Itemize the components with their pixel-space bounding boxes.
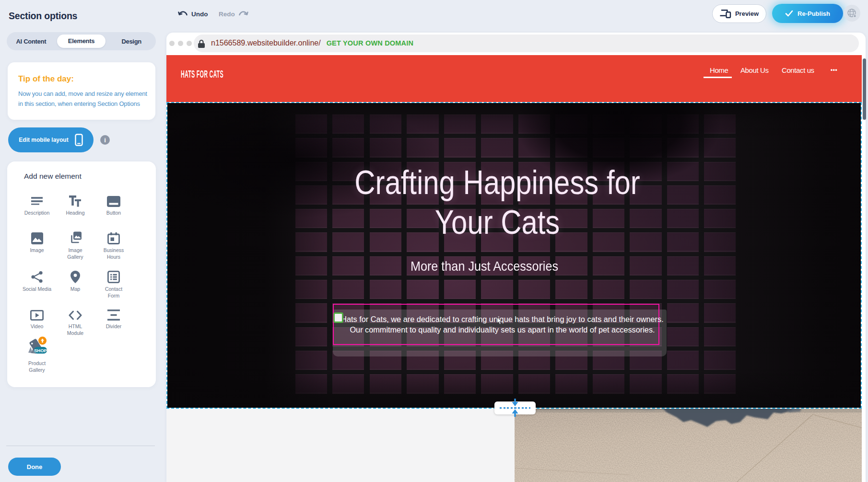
svg-text:SHOP: SHOP [34,348,47,353]
